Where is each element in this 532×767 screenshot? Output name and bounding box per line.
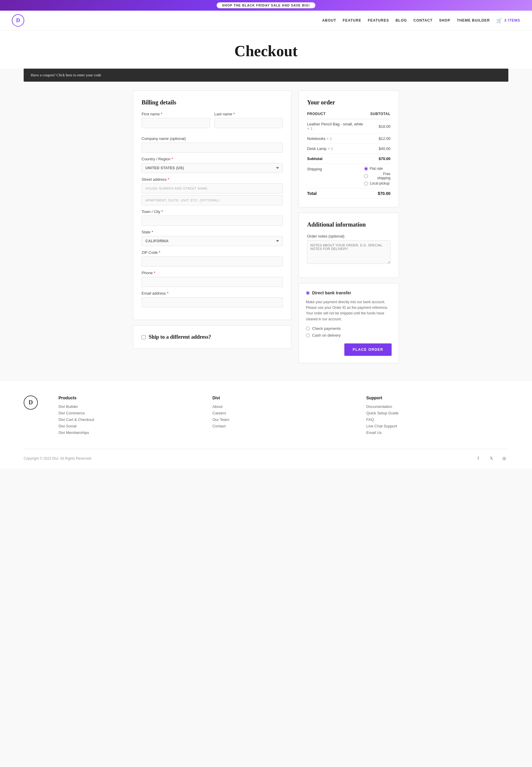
footer: D Products Divi Builder Divi Commerce Di…	[0, 380, 532, 468]
instagram-icon[interactable]: ◎	[500, 454, 508, 463]
last-name-input[interactable]	[214, 118, 283, 128]
shipping-free[interactable]: Free shipping	[364, 172, 390, 180]
first-name-label: First name *	[142, 112, 210, 116]
footer-link-divi-social[interactable]: Divi Social	[59, 424, 201, 428]
ship-label[interactable]: Ship to a different address?	[142, 334, 283, 340]
company-group: Company name (optional)	[142, 136, 283, 152]
footer-products-title: Products	[59, 395, 201, 400]
nav-theme-builder[interactable]: THEME BUILDER	[457, 18, 490, 22]
subtotal-col-header: Subtotal	[364, 112, 390, 119]
city-group: Town / City *	[142, 210, 283, 226]
footer-link-divi-memberships[interactable]: Divi Memberships	[59, 430, 201, 435]
order-notes-textarea[interactable]	[307, 240, 390, 264]
billing-title: Billing details	[142, 99, 283, 106]
order-item-2: Desk Lamp × 1 $40.00	[307, 144, 390, 154]
footer-bottom: Copyright © 2023 Divi. All Rights Reserv…	[24, 449, 508, 463]
footer-link-our-team[interactable]: Our Team	[213, 417, 355, 422]
footer-col-products: Products Divi Builder Divi Commerce Divi…	[59, 395, 201, 437]
shipping-free-radio[interactable]	[364, 174, 368, 178]
first-name-group: First name *	[142, 112, 210, 128]
direct-bank-radio[interactable]	[306, 291, 310, 295]
footer-logo: D	[24, 395, 38, 410]
footer-link-faq[interactable]: FAQ	[366, 417, 508, 422]
company-input[interactable]	[142, 142, 283, 152]
footer-col-divi: Divi About Careers Our Team Contact	[213, 395, 355, 437]
footer-support-title: Support	[366, 395, 508, 400]
right-column: Your order Product Subtotal Leather Penc…	[299, 90, 399, 369]
footer-link-careers[interactable]: Careers	[213, 411, 355, 415]
phone-input[interactable]	[142, 277, 283, 287]
logo[interactable]: D	[12, 14, 24, 27]
nav-contact[interactable]: CONTACT	[413, 18, 433, 22]
cash-on-delivery-option[interactable]: Cash on delivery	[306, 333, 392, 338]
footer-link-divi-builder[interactable]: Divi Builder	[59, 404, 201, 409]
cart-count: 3 ITEMS	[504, 18, 520, 22]
footer-link-divi-commerce[interactable]: Divi Commerce	[59, 411, 201, 415]
country-select[interactable]: UNITED STATES (US)	[142, 163, 283, 173]
apt-input[interactable]	[142, 195, 283, 205]
additional-card: Additional information Order notes (opti…	[299, 213, 399, 278]
notes-group: Order notes (optional)	[307, 234, 390, 265]
footer-link-email[interactable]: Email Us	[366, 430, 508, 435]
item-price-1: $12.00	[364, 134, 390, 144]
zip-label: ZIP Code *	[142, 250, 283, 255]
direct-bank-description: Make your payment directly into our bank…	[306, 299, 392, 322]
nav-features[interactable]: FEATURES	[368, 18, 389, 22]
city-input[interactable]	[142, 216, 283, 226]
ship-checkbox[interactable]	[142, 335, 146, 339]
nav-blog[interactable]: BLOG	[395, 18, 407, 22]
coupon-bar[interactable]: Have a coupon? Click here to enter your …	[24, 69, 508, 82]
footer-link-divi-cart[interactable]: Divi Cart & Checkout	[59, 417, 201, 422]
check-payment-option[interactable]: Check payments	[306, 326, 392, 331]
footer-link-contact[interactable]: Contact	[213, 424, 355, 428]
country-group: Country / Region * UNITED STATES (US)	[142, 157, 283, 173]
payment-section: Direct bank transfer Make your payment d…	[299, 283, 399, 363]
cash-delivery-radio[interactable]	[306, 333, 310, 337]
order-card: Your order Product Subtotal Leather Penc…	[299, 90, 399, 208]
nav-about[interactable]: ABOUT	[322, 18, 336, 22]
order-item-0: Leather Pencil Bag - small, white × 1 $1…	[307, 119, 390, 134]
last-name-group: Last name *	[214, 112, 283, 128]
footer-link-docs[interactable]: Documentation	[366, 404, 508, 409]
subtotal-row: Subtotal $70.00	[307, 154, 390, 164]
nav-shop[interactable]: SHOP	[439, 18, 450, 22]
notes-label: Order notes (optional)	[307, 234, 390, 239]
total-row: Total $70.00	[307, 188, 390, 199]
item-name-1: Notebooks × 1	[307, 134, 364, 144]
zip-input[interactable]	[142, 257, 283, 267]
twitter-icon[interactable]: 𝕏	[487, 454, 495, 463]
street-input[interactable]	[142, 183, 283, 194]
item-name-2: Desk Lamp × 1	[307, 144, 364, 154]
state-select[interactable]: CALIFORNIA	[142, 236, 283, 246]
item-price-2: $40.00	[364, 144, 390, 154]
nav-feature[interactable]: FEATURE	[343, 18, 361, 22]
shipping-options-cell: Flat rate Free shipping Local pickup	[364, 164, 390, 188]
footer-copyright: Copyright © 2023 Divi. All Rights Reserv…	[24, 456, 92, 460]
first-name-input[interactable]	[142, 118, 210, 128]
last-name-label: Last name *	[214, 112, 283, 116]
footer-link-live-chat[interactable]: Live Chat Support	[366, 424, 508, 428]
main-content: Billing details First name * Last name *…	[127, 90, 405, 369]
check-payment-radio[interactable]	[306, 327, 310, 330]
place-order-button[interactable]: PLACE ORDER	[344, 343, 392, 356]
product-col-header: Product	[307, 112, 364, 119]
shipping-flat-rate-radio[interactable]	[364, 167, 368, 171]
order-item-1: Notebooks × 1 $12.00	[307, 134, 390, 144]
shipping-flat-rate[interactable]: Flat rate	[364, 166, 390, 171]
phone-label: Phone *	[142, 271, 283, 275]
top-banner[interactable]: SHOP THE BLACK FRIDAY SALE AND SAVE BIG!	[0, 0, 532, 11]
facebook-icon[interactable]: f	[474, 454, 482, 463]
state-group: State * CALIFORNIA	[142, 230, 283, 246]
email-input[interactable]	[142, 297, 283, 307]
shipping-local[interactable]: Local pickup	[364, 181, 390, 185]
street-group: Street address *	[142, 177, 283, 205]
cart-button[interactable]: 🛒 3 ITEMS	[496, 18, 520, 23]
footer-link-quick-setup[interactable]: Quick Setup Guide	[366, 411, 508, 415]
banner-text: SHOP THE BLACK FRIDAY SALE AND SAVE BIG!	[217, 2, 315, 8]
direct-bank-option[interactable]: Direct bank transfer	[306, 291, 392, 295]
main-nav: ABOUT FEATURE FEATURES BLOG CONTACT SHOP…	[322, 18, 520, 23]
footer-link-about[interactable]: About	[213, 404, 355, 409]
coupon-text: Have a coupon? Click here to enter your …	[31, 73, 101, 77]
footer-content: D Products Divi Builder Divi Commerce Di…	[24, 395, 508, 437]
shipping-local-radio[interactable]	[364, 181, 368, 185]
